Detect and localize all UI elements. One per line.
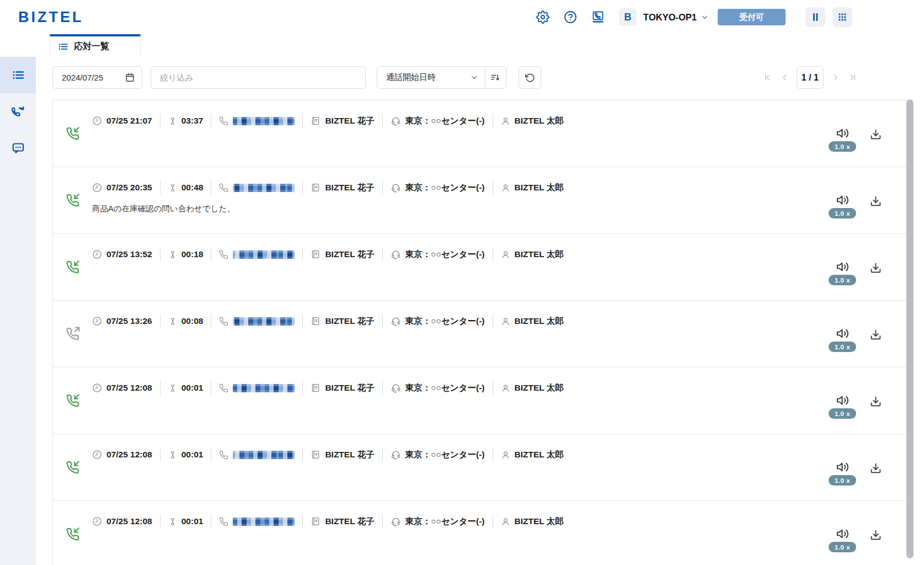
call-duration: 00:08 <box>181 316 204 326</box>
record-fields: 07/25 21:07 03:37 BIZTEL 花子 東京：○○センター(-)… <box>53 100 907 128</box>
operator-name: BIZTEL 花子 <box>325 382 374 394</box>
download-icon[interactable] <box>870 262 882 274</box>
call-memo <box>53 395 907 404</box>
call-memo <box>53 328 907 337</box>
group-name: 東京：○○センター(-) <box>405 382 485 394</box>
download-icon[interactable] <box>870 129 882 140</box>
playback-rate-badge[interactable]: 1.0 x <box>829 408 856 419</box>
notebook-icon <box>311 383 321 393</box>
download-icon[interactable] <box>870 462 882 474</box>
download-icon[interactable] <box>870 329 882 340</box>
apps-grid-button[interactable] <box>832 7 852 27</box>
agent-menu[interactable]: TOKYO-OP1 <box>643 12 709 23</box>
group-name: 東京：○○センター(-) <box>405 516 485 527</box>
call-memo <box>53 128 907 137</box>
speaker-icon[interactable] <box>836 260 849 273</box>
phone-number-redacted <box>233 317 295 326</box>
pause-button[interactable] <box>805 7 825 27</box>
incoming-call-icon <box>65 393 80 408</box>
record-actions: 1.0 x <box>828 327 882 352</box>
notebook-icon <box>311 249 321 259</box>
biztel-logo: BIZTEL <box>18 9 84 26</box>
speaker-icon[interactable] <box>836 527 849 540</box>
speaker-icon[interactable] <box>836 327 849 340</box>
customer-name: BIZTEL 太郎 <box>515 182 564 194</box>
clock-icon <box>92 116 102 126</box>
call-duration: 00:01 <box>181 383 204 393</box>
record-fields: 07/25 13:26 00:08 BIZTEL 花子 東京：○○センター(-)… <box>53 301 907 328</box>
group-name: 東京：○○センター(-) <box>405 182 485 194</box>
last-page-icon[interactable] <box>847 73 857 82</box>
playback-rate-badge[interactable]: 1.0 x <box>829 542 856 552</box>
call-direction <box>65 126 80 141</box>
filter-input[interactable] <box>151 66 366 89</box>
playback-rate-badge[interactable]: 1.0 x <box>829 275 856 285</box>
person-icon <box>501 183 510 193</box>
incoming-call-icon <box>65 193 80 208</box>
speaker-icon[interactable] <box>836 394 849 407</box>
clock-icon <box>92 183 102 193</box>
speaker-icon[interactable] <box>836 127 849 140</box>
playback-rate-badge[interactable]: 1.0 x <box>829 208 856 218</box>
help-icon[interactable] <box>564 10 577 24</box>
sort-key-select[interactable]: 通話開始日時 <box>377 67 485 88</box>
group-name: 東京：○○センター(-) <box>405 115 485 127</box>
next-page-icon[interactable] <box>831 73 840 82</box>
phone-number-redacted <box>233 250 295 259</box>
operator-name: BIZTEL 花子 <box>325 449 374 461</box>
record-fields: 07/25 12:08 00:01 BIZTEL 花子 東京：○○センター(-)… <box>53 501 907 529</box>
sidebar-item-response-list[interactable] <box>0 57 36 93</box>
call-direction <box>65 260 80 275</box>
operator-name: BIZTEL 花子 <box>325 516 374 527</box>
first-page-icon[interactable] <box>763 73 773 82</box>
speaker-icon[interactable] <box>836 194 849 206</box>
operator-name: BIZTEL 花子 <box>325 115 374 127</box>
call-record-row: 07/25 12:08 00:01 BIZTEL 花子 東京：○○センター(-)… <box>53 501 907 565</box>
tab-response-list[interactable]: 応対一覧 <box>50 34 141 57</box>
headset-icon <box>391 383 401 393</box>
phone-number-redacted <box>233 518 295 526</box>
status-button[interactable]: 受付可 <box>718 9 786 25</box>
prev-page-icon[interactable] <box>780 73 789 82</box>
sort-icon <box>490 72 501 83</box>
record-actions: 1.0 x <box>828 127 882 152</box>
playback-rate-badge[interactable]: 1.0 x <box>829 342 856 352</box>
pagination: 1 / 1 <box>763 66 857 89</box>
calendar-icon <box>125 72 135 83</box>
person-icon <box>501 116 510 126</box>
refresh-button[interactable] <box>519 66 541 89</box>
chevron-down-icon <box>701 13 709 22</box>
speaker-icon[interactable] <box>836 461 849 473</box>
chat-icon <box>12 141 25 154</box>
headset-icon <box>391 450 401 460</box>
hourglass-icon <box>168 183 177 193</box>
playback-rate-badge[interactable]: 1.0 x <box>829 141 856 152</box>
sort-direction-button[interactable] <box>485 67 506 88</box>
phone-number-redacted <box>233 451 295 459</box>
call-memo <box>53 529 907 537</box>
incoming-call-icon <box>65 460 80 475</box>
playback-rate-badge[interactable]: 1.0 x <box>829 475 856 486</box>
call-record-row: 07/25 12:08 00:01 BIZTEL 花子 東京：○○センター(-)… <box>53 434 907 501</box>
phone-icon <box>219 517 228 526</box>
softphone-icon[interactable] <box>591 10 605 24</box>
incoming-call-icon <box>65 260 80 275</box>
scrollbar-thumb[interactable] <box>906 99 914 558</box>
sidebar-item-chat[interactable] <box>0 130 36 166</box>
phone-icon <box>219 183 228 193</box>
download-icon[interactable] <box>870 529 882 541</box>
settings-icon[interactable] <box>536 10 549 24</box>
download-icon[interactable] <box>870 195 882 207</box>
person-icon <box>501 450 510 460</box>
operator-name: BIZTEL 花子 <box>325 316 374 327</box>
headset-icon <box>391 116 401 126</box>
date-input[interactable] <box>62 73 125 82</box>
download-icon[interactable] <box>870 396 882 407</box>
agent-name: TOKYO-OP1 <box>643 12 697 23</box>
hourglass-icon <box>168 116 177 126</box>
date-picker[interactable] <box>52 66 142 89</box>
toolbar: 通話開始日時 1 / 1 <box>52 66 857 89</box>
phone-icon <box>219 116 228 126</box>
clock-icon <box>92 516 102 526</box>
sidebar-item-call-history[interactable] <box>0 93 36 130</box>
